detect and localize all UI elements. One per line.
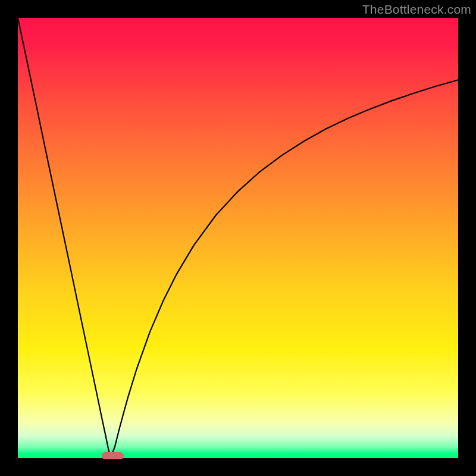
chart-frame: TheBottleneck.com <box>0 0 476 476</box>
optimum-marker <box>102 452 124 459</box>
watermark-text: TheBottleneck.com <box>362 2 471 17</box>
curve-path <box>18 18 458 458</box>
plot-area <box>18 18 458 458</box>
bottleneck-curve <box>18 18 458 458</box>
